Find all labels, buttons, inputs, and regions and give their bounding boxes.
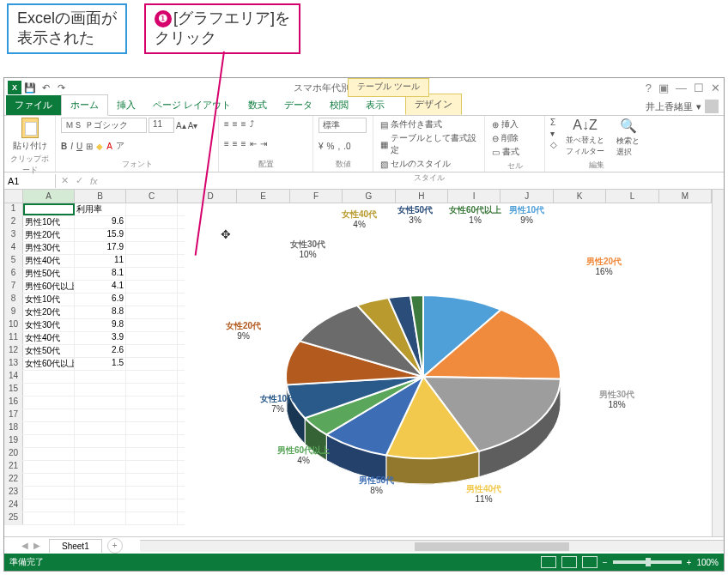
- cell[interactable]: 女性60代以上: [23, 358, 75, 370]
- col-header[interactable]: I: [448, 190, 500, 203]
- name-box[interactable]: A1: [4, 174, 56, 188]
- clear-icon[interactable]: ◇: [550, 140, 557, 149]
- cell[interactable]: [23, 487, 75, 499]
- cell[interactable]: [126, 422, 178, 434]
- save-icon[interactable]: 💾: [23, 81, 37, 94]
- cell[interactable]: [126, 281, 178, 293]
- cell[interactable]: [75, 487, 126, 499]
- indent-decrease-icon[interactable]: ⇤: [250, 139, 257, 148]
- col-header[interactable]: B: [75, 190, 126, 203]
- row-header[interactable]: 7: [4, 281, 23, 293]
- cell[interactable]: [75, 512, 126, 524]
- close-icon[interactable]: ✕: [711, 82, 720, 94]
- user-account[interactable]: 井上香緒里 ▾: [640, 98, 724, 115]
- cell[interactable]: [126, 306, 178, 318]
- cell[interactable]: [126, 216, 178, 228]
- tab-home[interactable]: ホーム: [61, 94, 108, 116]
- row-header[interactable]: 5: [4, 255, 23, 267]
- sheet-tab[interactable]: Sheet1: [49, 539, 102, 553]
- cell[interactable]: [75, 409, 126, 421]
- cell[interactable]: 8.8: [75, 306, 126, 318]
- cell[interactable]: [23, 384, 75, 396]
- row-header[interactable]: 12: [4, 345, 23, 357]
- insert-cells-button[interactable]: ⊕挿入: [490, 118, 539, 131]
- row-header[interactable]: 4: [4, 242, 23, 254]
- normal-view-icon[interactable]: [541, 556, 556, 568]
- row-header[interactable]: 8: [4, 294, 23, 306]
- select-all-corner[interactable]: [4, 190, 23, 203]
- row-header[interactable]: 25: [4, 512, 23, 524]
- zoom-level[interactable]: 100%: [696, 558, 719, 567]
- cell[interactable]: 女性40代: [23, 332, 75, 344]
- align-right-icon[interactable]: ≡: [241, 139, 246, 148]
- cell[interactable]: [126, 319, 178, 331]
- border-icon[interactable]: ⊞: [86, 142, 93, 151]
- cell[interactable]: [75, 448, 126, 460]
- cell[interactable]: 利用率: [75, 203, 126, 215]
- col-header[interactable]: M: [659, 190, 712, 203]
- col-header[interactable]: E: [237, 190, 289, 203]
- align-middle-icon[interactable]: ≡: [233, 119, 238, 129]
- cell[interactable]: [126, 409, 178, 421]
- tab-file[interactable]: ファイル: [6, 95, 61, 115]
- decrease-font-icon[interactable]: A▾: [188, 121, 198, 130]
- cell[interactable]: [75, 474, 126, 486]
- cell[interactable]: 男性50代: [23, 268, 75, 280]
- cell[interactable]: 15.9: [75, 229, 126, 241]
- cell[interactable]: 8.1: [75, 268, 126, 280]
- row-header[interactable]: 21: [4, 461, 23, 473]
- align-center-icon[interactable]: ≡: [233, 139, 238, 148]
- cell[interactable]: [23, 203, 75, 215]
- cell[interactable]: [126, 461, 178, 473]
- cell[interactable]: 1.5: [75, 358, 126, 370]
- align-left-icon[interactable]: ≡: [224, 139, 229, 148]
- cell[interactable]: [126, 435, 178, 447]
- cell[interactable]: [126, 499, 178, 511]
- conditional-format-button[interactable]: ▤条件付き書式: [379, 118, 479, 131]
- cell[interactable]: [126, 255, 178, 267]
- cell[interactable]: [23, 409, 75, 421]
- cell[interactable]: [23, 371, 75, 383]
- cell[interactable]: [75, 499, 126, 511]
- cell[interactable]: 11: [75, 255, 126, 267]
- col-header[interactable]: C: [126, 190, 178, 203]
- row-header[interactable]: 10: [4, 319, 23, 331]
- cell[interactable]: [126, 203, 178, 215]
- italic-button[interactable]: I: [70, 142, 73, 151]
- underline-button[interactable]: U: [76, 142, 82, 151]
- enter-icon[interactable]: ✓: [76, 175, 83, 186]
- cell[interactable]: [126, 268, 178, 280]
- comma-icon[interactable]: ,: [337, 142, 340, 151]
- horizontal-scrollbar[interactable]: [140, 540, 724, 552]
- col-header[interactable]: J: [500, 190, 553, 203]
- tab-formulas[interactable]: 数式: [240, 95, 276, 115]
- cell[interactable]: 4.1: [75, 281, 126, 293]
- sheet-nav-prev-icon[interactable]: ◀: [21, 541, 28, 550]
- cell[interactable]: [126, 229, 178, 241]
- fill-icon[interactable]: ▾: [550, 129, 557, 138]
- pie-chart[interactable]: [252, 265, 595, 505]
- cell[interactable]: 女性10代: [23, 294, 75, 306]
- cell[interactable]: 9.6: [75, 216, 126, 228]
- cell[interactable]: [126, 345, 178, 357]
- col-header[interactable]: H: [396, 190, 448, 203]
- format-as-table-button[interactable]: ▦テーブルとして書式設定: [379, 131, 479, 157]
- cell[interactable]: [23, 396, 75, 409]
- indent-increase-icon[interactable]: ⇥: [260, 139, 267, 148]
- col-header[interactable]: G: [343, 190, 395, 203]
- percent-icon[interactable]: %: [327, 142, 335, 151]
- row-header[interactable]: 9: [4, 306, 23, 318]
- increase-decimal-icon[interactable]: .0: [343, 142, 350, 151]
- cell[interactable]: 男性60代以上: [23, 281, 75, 293]
- cell[interactable]: [75, 435, 126, 447]
- fx-icon[interactable]: fx: [90, 176, 98, 186]
- col-header[interactable]: K: [554, 190, 606, 203]
- tab-review[interactable]: 校閲: [321, 95, 357, 115]
- cell[interactable]: [126, 294, 178, 306]
- cell[interactable]: [126, 384, 178, 396]
- cell[interactable]: 9.8: [75, 319, 126, 331]
- fill-color-icon[interactable]: ◆: [96, 142, 103, 151]
- row-header[interactable]: 22: [4, 474, 23, 486]
- cell[interactable]: 男性30代: [23, 242, 75, 254]
- tab-view[interactable]: 表示: [357, 95, 393, 115]
